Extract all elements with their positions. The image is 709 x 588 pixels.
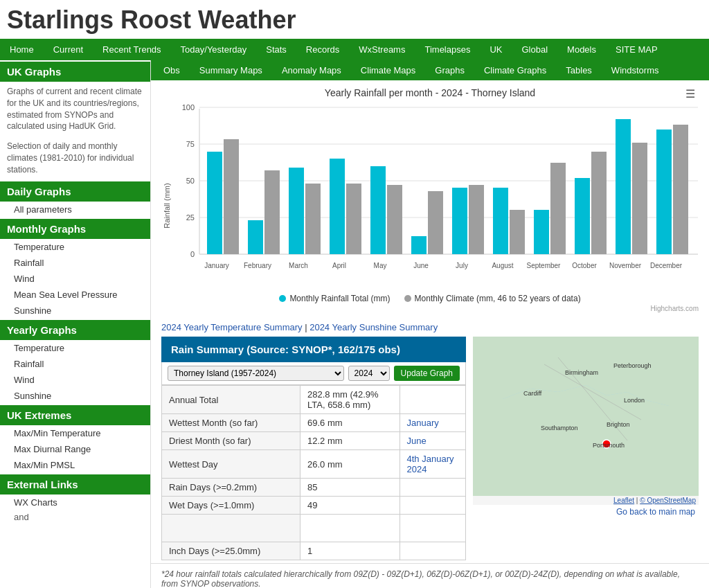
sidebar-link-yearly-sunshine[interactable]: Sunshine	[0, 388, 150, 404]
bar	[673, 125, 688, 254]
sidebar-link-wx-charts[interactable]: WX Charts	[0, 495, 150, 510]
rain-summary-header: Rain Summary (Source: SYNOP*, 162/175 ob…	[161, 337, 466, 362]
table-label: Driest Month (so far)	[162, 432, 300, 450]
nav-sitemap[interactable]: SITE MAP	[606, 39, 667, 60]
nav-home[interactable]: Home	[0, 39, 44, 60]
go-back-main-map-link[interactable]: Go back to main map	[616, 507, 695, 517]
table-value: 49	[300, 497, 400, 515]
sidebar-link-monthly-temperature[interactable]: Temperature	[0, 239, 150, 255]
chart-container: Yearly Rainfall per month - 2024 - Thorn…	[151, 80, 709, 319]
sidebar-link-monthly-mslp[interactable]: Mean Sea Level Pressure	[0, 287, 150, 303]
svg-text:Cardiff: Cardiff	[523, 390, 542, 397]
table-value: 85	[300, 479, 400, 497]
sidebar-section-daily-graphs: Daily Graphs	[0, 181, 150, 202]
sidebar-link-monthly-sunshine[interactable]: Sunshine	[0, 303, 150, 319]
bar	[550, 163, 566, 254]
update-graph-button[interactable]: Update Graph	[394, 366, 460, 381]
sidebar-link-monthly-rainfall[interactable]: Rainfall	[0, 255, 150, 271]
bar	[264, 170, 280, 254]
svg-text:Portsmouth: Portsmouth	[593, 442, 625, 449]
sidebar-link-maxmin-pmsl[interactable]: Max/Min PMSL	[0, 457, 150, 473]
subnav-graphs[interactable]: Graphs	[425, 62, 474, 79]
table-value: 12.2 mm	[300, 432, 400, 450]
driest-month-link[interactable]: June	[407, 436, 427, 446]
sidebar-link-monthly-wind[interactable]: Wind	[0, 271, 150, 287]
nav-current[interactable]: Current	[44, 39, 93, 60]
sidebar-link-yearly-rainfall[interactable]: Rainfall	[0, 356, 150, 372]
subnav-climate-graphs[interactable]: Climate Graphs	[474, 62, 556, 79]
nav-recent-trends[interactable]: Recent Trends	[93, 39, 171, 60]
svg-text:January: January	[204, 262, 229, 269]
table-link-cell[interactable]: January	[400, 414, 465, 432]
bar	[616, 119, 631, 254]
subnav-obs[interactable]: Obs	[154, 62, 190, 79]
sidebar-link-maxmin-temp[interactable]: Max/Min Temperature	[0, 425, 150, 441]
nav-uk[interactable]: UK	[480, 39, 512, 60]
chart-area: Rainfall (mm) 0 25 50 75	[161, 102, 699, 291]
osm-link[interactable]: © OpenStreetMap	[640, 497, 696, 504]
bar	[510, 210, 525, 254]
svg-text:Birmingham: Birmingham	[565, 369, 598, 376]
sidebar-uk-desc2: Selection of daily and monthly climates …	[0, 136, 150, 179]
sidebar-link-max-diurnal[interactable]: Max Diurnal Range	[0, 441, 150, 457]
yearly-sunshine-summary-link[interactable]: 2024 Yearly Sunshine Summary	[309, 322, 438, 332]
chart-legend: Monthly Rainfall Total (mm) Monthly Clim…	[161, 294, 699, 303]
sidebar-link-yearly-wind[interactable]: Wind	[0, 372, 150, 388]
table-row: Wettest Month (so far) 69.6 mm January	[162, 414, 466, 432]
nav-today-yesterday[interactable]: Today/Yesterday	[171, 39, 257, 60]
subnav-climate-maps[interactable]: Climate Maps	[351, 62, 425, 79]
subnav-windstorms[interactable]: Windstorms	[602, 62, 669, 79]
nav-global[interactable]: Global	[512, 39, 558, 60]
svg-text:Southampton: Southampton	[541, 425, 578, 431]
nav-timelapses[interactable]: Timelapses	[415, 39, 480, 60]
nav-wxstreams[interactable]: WxStreams	[349, 39, 415, 60]
svg-text:Peterborough: Peterborough	[613, 362, 652, 369]
table-link-cell	[400, 479, 465, 497]
bar	[469, 185, 484, 254]
bar	[428, 191, 443, 254]
bar-chart-svg: Rainfall (mm) 0 25 50 75	[161, 102, 701, 289]
subnav-anomaly-maps[interactable]: Anomaly Maps	[272, 62, 351, 79]
nav-records[interactable]: Records	[296, 39, 349, 60]
year-select[interactable]: 2024	[348, 366, 390, 381]
table-link-cell[interactable]: 4th January 2024	[400, 450, 465, 479]
station-select[interactable]: Thorney Island (1957-2024)	[168, 366, 344, 381]
table-link-cell[interactable]: June	[400, 432, 465, 450]
chart-menu-icon[interactable]: ☰	[685, 87, 695, 100]
legend-item-climate: Monthly Climate (mm, 46 to 52 years of d…	[404, 294, 581, 303]
sidebar-section-external-links: External Links	[0, 474, 150, 495]
sidebar-section-monthly-graphs: Monthly Graphs	[0, 219, 150, 239]
table-label: Wet Days (>=1.0mm)	[162, 497, 300, 515]
wettest-day-link[interactable]: 4th January 2024	[407, 454, 454, 474]
leaflet-link[interactable]: Leaflet	[613, 497, 634, 504]
sidebar-link-all-parameters[interactable]: All parameters	[0, 202, 150, 217]
bar	[656, 130, 672, 254]
yearly-temp-summary-link[interactable]: 2024 Yearly Temperature Summary	[161, 322, 303, 332]
main-content: Obs Summary Maps Anomaly Maps Climate Ma…	[151, 60, 709, 588]
svg-text:December: December	[650, 262, 683, 269]
bar	[330, 159, 345, 254]
map-go-back: Go back to main map	[473, 505, 699, 519]
svg-text:May: May	[374, 262, 387, 269]
table-value: 1	[300, 542, 400, 560]
sidebar-section-yearly-graphs: Yearly Graphs	[0, 320, 150, 340]
site-title: Starlings Roost Weather	[7, 6, 702, 35]
svg-text:March: March	[289, 262, 308, 269]
wettest-month-link[interactable]: January	[407, 418, 439, 428]
nav-stats[interactable]: Stats	[256, 39, 296, 60]
sidebar-section-uk-graphs: UK Graphs	[0, 62, 150, 82]
legend-dot-climate	[404, 295, 411, 302]
svg-text:75: 75	[186, 140, 195, 148]
table-label: Wettest Day	[162, 450, 300, 479]
svg-text:0: 0	[190, 250, 195, 258]
table-label: Wettest Month (so far)	[162, 414, 300, 432]
subnav-summary-maps[interactable]: Summary Maps	[190, 62, 272, 79]
subnav-tables[interactable]: Tables	[556, 62, 602, 79]
footer-note: *24 hour rainfall totals calculated hier…	[151, 563, 709, 588]
bar	[534, 210, 549, 254]
table-label	[162, 515, 300, 542]
sidebar-link-yearly-temperature[interactable]: Temperature	[0, 340, 150, 356]
chart-title: Yearly Rainfall per month - 2024 - Thorn…	[161, 87, 699, 98]
nav-models[interactable]: Models	[557, 39, 606, 60]
bar	[289, 168, 304, 254]
